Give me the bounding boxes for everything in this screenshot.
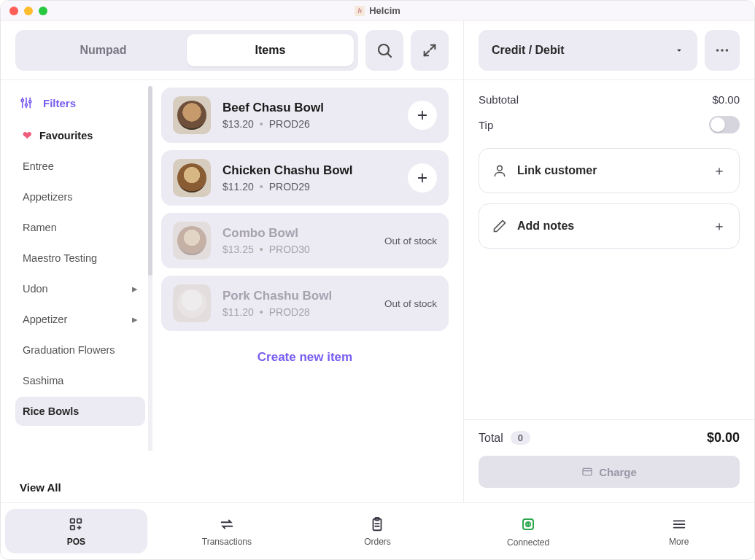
product-row[interactable]: Pork Chashu Bowl$11.20•PROD28Out of stoc… — [161, 276, 449, 331]
expand-icon — [422, 42, 438, 58]
clipboard-icon — [369, 516, 385, 532]
chevron-down-icon — [674, 45, 684, 55]
plus-icon: ＋ — [713, 162, 726, 179]
svg-point-12 — [716, 49, 719, 52]
product-thumbnail — [173, 159, 211, 197]
top-toolbar: Numpad Items — [1, 21, 463, 80]
link-customer-label: Link customer — [517, 164, 702, 177]
category-label: Appetizer — [23, 314, 67, 325]
svg-point-15 — [497, 166, 503, 171]
category-label: Favourites — [39, 130, 93, 141]
product-row[interactable]: Combo Bowl$13.25•PROD30Out of stock — [161, 213, 449, 268]
charge-icon — [581, 466, 593, 478]
nav-label: Orders — [364, 537, 391, 547]
product-name: Chicken Chashu Bowl — [222, 163, 396, 178]
product-sku: PROD26 — [269, 118, 310, 130]
category-label: Udon — [23, 283, 48, 295]
total-count: 0 — [511, 431, 530, 445]
create-new-item-link[interactable]: Create new item — [161, 338, 449, 376]
product-name: Beef Chasu Bowl — [222, 101, 396, 115]
product-row[interactable]: Beef Chasu Bowl$13.20•PROD26 — [161, 88, 449, 143]
svg-point-3 — [21, 99, 23, 101]
pencil-icon — [492, 219, 507, 233]
nav-label: Connected — [507, 537, 549, 548]
product-sku: PROD28 — [269, 306, 310, 318]
mode-segmented-control: Numpad Items — [15, 30, 358, 71]
category-label: Entree — [23, 160, 54, 172]
svg-rect-16 — [583, 468, 592, 475]
items-tab[interactable]: Items — [187, 34, 354, 66]
out-of-stock-label: Out of stock — [384, 236, 437, 246]
swap-icon — [219, 516, 235, 532]
add-product-button[interactable] — [408, 163, 437, 192]
category-item[interactable]: Rice Bowls — [15, 397, 145, 426]
filters-button[interactable]: Filters — [15, 89, 145, 121]
charge-label: Charge — [599, 466, 637, 478]
nav-more[interactable]: More — [608, 509, 750, 553]
search-icon — [376, 42, 393, 59]
filters-icon — [20, 96, 33, 109]
product-name: Combo Bowl — [222, 226, 373, 241]
grid-icon — [68, 516, 84, 532]
subtotal-value: $0.00 — [712, 93, 740, 106]
category-sidebar: Filters ❤FavouritesEntreeAppetizersRamen… — [1, 80, 154, 502]
charge-button[interactable]: Charge — [479, 456, 740, 488]
heart-icon: ❤ — [23, 130, 32, 141]
sidebar-scrollbar[interactable] — [148, 86, 152, 451]
product-price: $13.20 — [222, 118, 254, 130]
app-title: Helcim — [369, 5, 400, 16]
subtotal-label: Subtotal — [479, 93, 519, 106]
category-item[interactable]: Appetizers — [15, 182, 145, 211]
search-button[interactable] — [365, 30, 403, 71]
nav-label: More — [669, 537, 689, 547]
add-product-button[interactable] — [408, 101, 437, 130]
nav-transactions[interactable]: Transactions — [156, 509, 298, 553]
category-label: Sashima — [23, 375, 63, 386]
product-catalog: Beef Chasu Bowl$13.20•PROD26Chicken Chas… — [154, 80, 463, 502]
expand-button[interactable] — [411, 30, 449, 71]
cart-panel: Credit / Debit Subtotal $0.00 Tip — [464, 21, 754, 502]
category-item[interactable]: Entree — [15, 152, 145, 181]
out-of-stock-label: Out of stock — [384, 298, 437, 309]
nav-pos[interactable]: POS — [5, 509, 147, 553]
more-horizontal-icon — [714, 42, 730, 58]
add-notes-card[interactable]: Add notes ＋ — [479, 203, 740, 249]
link-customer-card[interactable]: Link customer ＋ — [479, 148, 740, 193]
product-price: $11.20 — [222, 181, 254, 192]
numpad-tab[interactable]: Numpad — [20, 34, 187, 66]
category-item[interactable]: Sashima — [15, 366, 145, 395]
add-notes-label: Add notes — [517, 219, 702, 233]
user-icon — [492, 163, 507, 178]
view-all-button[interactable]: View All — [15, 472, 145, 494]
chevron-right-icon: ▸ — [132, 283, 138, 295]
category-label: Appetizers — [23, 191, 73, 203]
svg-point-5 — [25, 104, 27, 106]
cart-more-button[interactable] — [705, 30, 740, 71]
svg-point-14 — [726, 49, 729, 52]
nav-connected[interactable]: Connected — [457, 509, 600, 553]
svg-rect-18 — [71, 518, 75, 523]
bottom-nav: POS Transactions Orders Connected More — [1, 502, 754, 559]
category-item[interactable]: Udon▸ — [15, 274, 145, 303]
product-row[interactable]: Chicken Chashu Bowl$11.20•PROD29 — [161, 150, 449, 206]
category-item[interactable]: Maestro Testing — [15, 244, 145, 273]
svg-point-13 — [721, 49, 724, 52]
product-sku: PROD30 — [269, 244, 310, 255]
tip-toggle[interactable] — [709, 116, 740, 133]
nav-orders[interactable]: Orders — [306, 509, 449, 553]
plus-icon — [416, 171, 429, 184]
product-thumbnail — [173, 222, 211, 260]
total-value: $0.00 — [707, 430, 740, 446]
plus-icon — [416, 109, 429, 122]
product-thumbnail — [173, 284, 211, 322]
category-item[interactable]: Ramen — [15, 213, 145, 242]
category-item[interactable]: Graduation Flowers — [15, 335, 145, 365]
terminal-icon — [519, 516, 537, 533]
product-thumbnail — [173, 96, 211, 134]
menu-icon — [671, 516, 687, 532]
category-item[interactable]: Appetizer▸ — [15, 305, 145, 334]
category-label: Ramen — [23, 222, 57, 233]
payment-method-select[interactable]: Credit / Debit — [479, 30, 697, 71]
category-item[interactable]: ❤Favourites — [15, 121, 145, 150]
chevron-right-icon: ▸ — [132, 314, 138, 325]
